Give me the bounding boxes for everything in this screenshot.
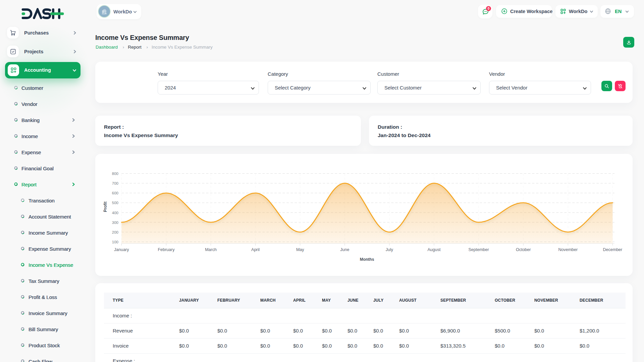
svg-text:February: February (158, 247, 175, 252)
svg-text:100: 100 (112, 240, 118, 244)
svg-text:March: March (205, 247, 217, 252)
svg-text:400: 400 (112, 211, 118, 215)
svg-text:Profit: Profit (103, 201, 108, 212)
svg-text:January: January (114, 247, 129, 252)
svg-text:December: December (603, 247, 623, 252)
svg-text:Months: Months (360, 257, 374, 262)
svg-text:September: September (469, 247, 489, 252)
svg-text:August: August (428, 247, 441, 252)
svg-text:800: 800 (112, 172, 118, 176)
svg-text:November: November (558, 247, 578, 252)
svg-text:May: May (296, 247, 304, 252)
svg-text:April: April (251, 247, 260, 252)
svg-text:July: July (386, 247, 393, 252)
svg-text:October: October (516, 247, 531, 252)
svg-text:300: 300 (112, 221, 118, 225)
svg-text:June: June (340, 247, 349, 252)
svg-text:500: 500 (112, 201, 118, 205)
svg-text:700: 700 (112, 181, 118, 185)
svg-text:600: 600 (112, 191, 118, 195)
svg-text:200: 200 (112, 230, 118, 234)
